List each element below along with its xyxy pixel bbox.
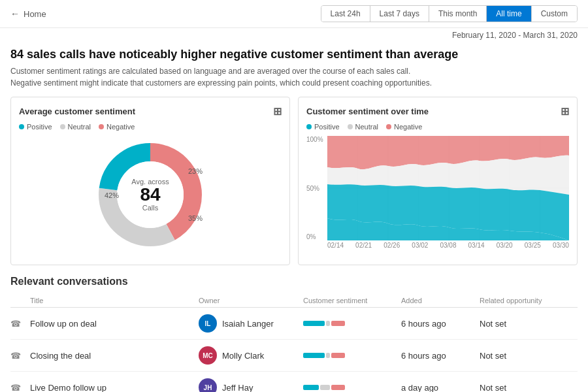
time-filter-this-month[interactable]: This month: [429, 6, 487, 22]
row-title: Follow up on deal: [30, 319, 199, 329]
time-filter-last-24h[interactable]: Last 24h: [321, 6, 370, 22]
avg-sentiment-title: Average customer sentiment ⊞: [19, 105, 282, 118]
legend-dot: [386, 124, 391, 129]
sentiment-over-time-card: Customer sentiment over time ⊞ PositiveN…: [298, 97, 578, 265]
legend-item: Positive: [19, 123, 52, 131]
page-headline: 84 sales calls have noticeably higher ne…: [10, 48, 578, 61]
row-title: Closing the deal: [30, 351, 199, 361]
date-range: February 11, 2020 - March 31, 2020: [0, 28, 588, 42]
export-icon-avg[interactable]: ⊞: [273, 105, 282, 118]
sentiment-neutral: [320, 385, 330, 390]
donut-chart: 23% 35% 42% Avg. across 84 Calls: [19, 136, 282, 253]
table-row[interactable]: ☎ Closing the deal MC Molly Clark 6 hour…: [10, 340, 578, 372]
x-axis-labels: 02/1402/2102/2603/0203/0803/1403/2003/25…: [327, 240, 569, 249]
table-header: Title Owner Customer sentiment Added Rel…: [10, 294, 578, 308]
sentiment-over-time-title: Customer sentiment over time ⊞: [306, 105, 569, 118]
sentiment-negative: [331, 353, 345, 358]
legend-item: Neutral: [348, 123, 378, 131]
sentiment-positive: [303, 321, 325, 326]
conversations-title: Relevant conversations: [10, 276, 578, 287]
donut-center-text: Avg. across 84 Calls: [131, 178, 169, 212]
back-arrow-icon: ←: [10, 8, 20, 19]
time-filter-last-7-days[interactable]: Last 7 days: [370, 6, 429, 22]
owner-name: Jeff Hay: [222, 383, 253, 393]
time-legend: PositiveNeutralNegative: [306, 123, 569, 131]
legend-item: Positive: [306, 123, 340, 131]
top-bar: ← Home Last 24hLast 7 daysThis monthAll …: [0, 0, 588, 28]
added-time: 6 hours ago: [401, 319, 480, 329]
legend-dot: [306, 124, 312, 129]
back-label: Home: [24, 9, 46, 19]
sentiment-positive: [303, 353, 325, 358]
svg-text:35%: 35%: [188, 214, 203, 222]
charts-row: Average customer sentiment ⊞ PositiveNeu…: [10, 97, 578, 265]
sentiment-bar: [303, 353, 401, 358]
avatar: IL: [199, 314, 217, 333]
table-row[interactable]: ☎ Follow up on deal IL Isaiah Langer 6 h…: [10, 308, 578, 340]
conversations-section: Relevant conversations Title Owner Custo…: [10, 276, 578, 392]
legend-item: Negative: [386, 123, 422, 131]
owner-cell: IL Isaiah Langer: [199, 314, 303, 333]
time-filter-group: Last 24hLast 7 daysThis monthAll timeCus…: [321, 5, 578, 22]
phone-icon: ☎: [10, 383, 30, 393]
avg-sentiment-card: Average customer sentiment ⊞ PositiveNeu…: [10, 97, 290, 265]
time-filter-all-time[interactable]: All time: [487, 6, 531, 22]
sentiment-neutral: [326, 353, 330, 358]
subtitle: Customer sentiment ratings are calculate…: [10, 65, 578, 89]
legend-dot: [348, 124, 353, 129]
table-row[interactable]: ☎ Live Demo follow up JH Jeff Hay a day …: [10, 372, 578, 392]
avatar: JH: [199, 378, 217, 392]
row-title: Live Demo follow up: [30, 383, 199, 393]
related-opportunity: Not set: [480, 351, 578, 361]
main-content: 84 sales calls have noticeably higher ne…: [0, 42, 588, 392]
added-time: 6 hours ago: [401, 351, 480, 361]
area-chart-wrapper: 100% 50% 0%: [306, 136, 569, 257]
related-opportunity: Not set: [480, 319, 578, 329]
related-opportunity: Not set: [480, 383, 578, 393]
owner-cell: MC Molly Clark: [199, 346, 303, 365]
sentiment-positive: [303, 385, 319, 390]
svg-text:23%: 23%: [188, 167, 203, 175]
sentiment-negative: [331, 321, 345, 326]
legend-dot: [60, 124, 65, 129]
sentiment-negative: [331, 385, 345, 390]
back-button[interactable]: ← Home: [10, 8, 46, 19]
svg-text:42%: 42%: [105, 191, 119, 199]
added-time: a day ago: [401, 383, 480, 393]
export-icon-time[interactable]: ⊞: [561, 105, 569, 118]
legend-item: Negative: [99, 123, 135, 131]
owner-name: Isaiah Langer: [222, 319, 274, 329]
sentiment-bar: [303, 385, 401, 390]
avg-sentiment-legend: PositiveNeutralNegative: [19, 123, 282, 131]
y-axis: 100% 50% 0%: [306, 136, 323, 240]
time-filter-custom[interactable]: Custom: [532, 6, 577, 22]
legend-dot: [99, 124, 104, 129]
area-chart-area: [327, 136, 569, 240]
conversations-table: ☎ Follow up on deal IL Isaiah Langer 6 h…: [10, 308, 578, 392]
owner-cell: JH Jeff Hay: [199, 378, 303, 392]
legend-item: Neutral: [60, 123, 91, 131]
sentiment-bar: [303, 321, 401, 326]
sentiment-neutral: [326, 321, 330, 326]
owner-name: Molly Clark: [222, 351, 264, 361]
area-chart-svg: [327, 136, 569, 240]
avatar: MC: [199, 346, 217, 365]
legend-dot: [19, 124, 24, 129]
phone-icon: ☎: [10, 351, 30, 361]
phone-icon: ☎: [10, 319, 30, 329]
